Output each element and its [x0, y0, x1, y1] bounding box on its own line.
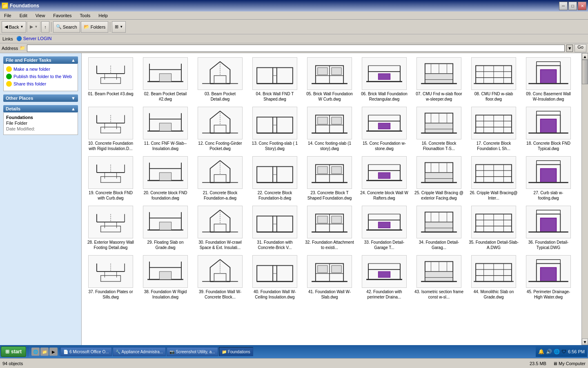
task-make-new-folder[interactable]: Make a new folder [6, 66, 75, 72]
forward-button[interactable]: ▶ ▼ [27, 21, 40, 33]
file-item[interactable]: 08. CMU FND w-slab floor.dwg [467, 56, 520, 103]
quicklaunch-media[interactable]: ▶ [49, 348, 58, 356]
file-item[interactable]: 30. Foundation W-crawl Space & Ext. Insu… [194, 204, 247, 252]
taskbar-office[interactable]: 📄 6 Microsoft Office O... [60, 347, 112, 356]
views-dropdown-icon[interactable]: ▼ [120, 25, 123, 29]
file-item[interactable]: 42. Foundation with perimeter Draina... [358, 254, 411, 301]
file-item[interactable]: 05. Brick Wall Foundation W Curb.dwg [303, 56, 356, 103]
quicklaunch-ie[interactable]: 🌐 [31, 348, 40, 356]
menu-tools[interactable]: Tools [78, 12, 93, 19]
folders-button[interactable]: 📂 Folders [81, 21, 109, 33]
file-item[interactable]: 38. Foundation W Rigid Insulation.dwg [139, 254, 192, 301]
file-item[interactable]: 33. Foundation Detail-Garage T... [358, 204, 411, 252]
file-item[interactable]: 41. Foundation Wall W-Slab.dwg [303, 254, 356, 301]
file-item[interactable]: 07. CMU Fnd w-slab floor w-sleeper.dwg [412, 56, 466, 103]
file-item[interactable]: 31. Foundation with Concrete-Brick V... [248, 204, 301, 252]
file-item[interactable]: 14. Conc footing-slab (1 story).dwg [303, 105, 356, 153]
taskbar-foundations[interactable]: 📁 Foundations [219, 347, 253, 356]
file-item[interactable]: 44. Monolithic Slab on Grade.dwg [467, 254, 520, 301]
up-button[interactable]: ↑ [41, 21, 49, 33]
address-input[interactable] [27, 45, 565, 52]
file-item[interactable]: 12. Conc Footing-Girder Pocket.dwg [194, 105, 247, 153]
quicklaunch-explorer[interactable]: 📁 [40, 348, 49, 356]
details-name: Foundations [6, 115, 33, 120]
file-item[interactable]: 16. Concrete Block Flounadtion T-S... [412, 105, 466, 153]
file-item[interactable]: 17. Concrete Block Foundation L Sh... [467, 105, 520, 153]
file-name: 02. Beam Pocket Detail #2.dwg [140, 91, 190, 102]
file-thumbnail [416, 156, 461, 189]
search-button[interactable]: 🔍 Search [53, 21, 80, 33]
file-item[interactable]: 21. Concrete Block Foundation-a.dwg [194, 155, 247, 202]
svg-rect-40 [378, 74, 390, 80]
scroll-down-button[interactable]: ▼ [582, 339, 588, 345]
file-name: 24. Concrete block Wall W Rafters.dwg [359, 190, 409, 201]
file-name: 18. Concrete Block FND Typical.dwg [523, 141, 573, 151]
file-item[interactable]: 27. Curb slab w-footing.dwg [522, 155, 575, 202]
back-button[interactable]: ◀ Back ▼ [2, 21, 26, 33]
file-item[interactable]: 39. Foundation Wall W-Concrete Block... [194, 254, 247, 301]
address-dropdown[interactable]: ▼ [566, 45, 573, 52]
forward-dropdown-icon[interactable]: ▼ [34, 25, 38, 29]
file-item[interactable]: 13. Conc Footing-slab ( 1 Story).dwg [248, 105, 301, 153]
file-item[interactable]: 04. Brick Wall FND T Shaped.dwg [248, 56, 301, 103]
file-item[interactable]: 25. Cripple Wall Bracing @ exterior Faci… [412, 155, 466, 202]
file-name: 35. Foundation Detail-Slab-A.DWG [469, 240, 519, 250]
file-item[interactable]: 18. Concrete Block FND Typical.dwg [522, 105, 575, 153]
svg-rect-32 [332, 67, 341, 75]
file-item[interactable]: 26. Cripple Wall Bracing@ Inter... [467, 155, 520, 202]
file-item[interactable]: 23. Concrete Block T Shaped Foundation.d… [303, 155, 356, 202]
scrollbar[interactable]: ▲ ▼ [581, 53, 588, 345]
tray-icon-1: 🔔 [538, 349, 544, 355]
file-item[interactable]: 28. Exterior Masonry Wall Footing Detail… [84, 204, 137, 252]
file-item[interactable]: 03. Beam Pocket Detail.dwg [194, 56, 247, 103]
file-item[interactable]: 34. Foundation Detail-Garag... [412, 204, 466, 252]
server-login-link[interactable]: 🔵 Server LOGIN [16, 36, 52, 41]
taskbar-screenshot[interactable]: 📷 Screenshot Utility, a... [167, 347, 218, 356]
file-item[interactable]: 40. Foundation Wall W-Ceiling Insulation… [248, 254, 301, 301]
file-item[interactable]: 32. Foundation Attachment to existi... [303, 204, 356, 252]
file-folder-tasks-header[interactable]: File and Folder Tasks ▲ [3, 56, 78, 64]
other-places-header[interactable]: Other Places ▼ [3, 94, 78, 102]
back-dropdown-icon[interactable]: ▼ [20, 25, 23, 29]
file-item[interactable]: 11. Conc FNF W-Slab--Insulation.dwg [139, 105, 192, 153]
file-item[interactable]: 09. Conc Basement Wall W-Insulation.dwg [522, 56, 575, 103]
svg-rect-171 [425, 173, 453, 182]
details-date-label: Date Modified: [6, 126, 35, 131]
start-button[interactable]: ⊞ start [1, 346, 26, 357]
file-item[interactable]: 24. Concrete block Wall W Rafters.dwg [358, 155, 411, 202]
file-item[interactable]: 22. Concrete Block Foundation-b.dwg [248, 155, 301, 202]
menu-file[interactable]: File [2, 12, 14, 19]
close-button[interactable]: ✕ [578, 2, 586, 10]
file-item[interactable]: 02. Beam Pocket Detail #2.dwg [139, 56, 192, 103]
file-item[interactable]: 35. Foundation Detail-Slab-A.DWG [467, 204, 520, 252]
file-item[interactable]: 15. Conc Foundation w-stone.dwg [358, 105, 411, 153]
scroll-up-button[interactable]: ▲ [582, 53, 588, 60]
task-share-folder[interactable]: Share this folder [6, 81, 75, 87]
go-button[interactable]: Go [575, 44, 586, 52]
my-computer: 🖥 My Computer [553, 361, 586, 366]
file-item[interactable]: 06. Brick Wall Foundation Rectangular.dw… [358, 56, 411, 103]
file-item[interactable]: 20. Concrete block FND foundation.dwg [139, 155, 192, 202]
taskbar-appliance[interactable]: 🔧 Appliance Administra... [113, 347, 166, 356]
file-item[interactable]: 37. Foundation Plates or Sills.dwg [84, 254, 137, 301]
menu-help[interactable]: Help [96, 12, 110, 19]
menu-edit[interactable]: Edit [17, 12, 30, 19]
file-item[interactable]: 43. Isometric section frame const w-sl..… [412, 254, 466, 301]
views-button[interactable]: ⊞ ▼ [112, 21, 126, 33]
menu-view[interactable]: View [33, 12, 48, 19]
file-item[interactable]: 36. Foundation Detail-Typical.DWG [522, 204, 575, 252]
task-publish-folder[interactable]: Publish this folder to the Web [6, 74, 75, 79]
file-item[interactable]: 19. Concrete Block FND with Curb.dwg [84, 155, 137, 202]
file-item[interactable]: 29. Floating Slab on Grade.dwg [139, 204, 192, 252]
maximize-button[interactable]: □ [568, 2, 577, 10]
minimize-button[interactable]: ─ [559, 2, 568, 10]
file-item[interactable]: 01. Beam Pocket #3.dwg [84, 56, 137, 103]
details-header[interactable]: Details ▲ [3, 105, 78, 112]
scroll-thumb[interactable] [582, 60, 588, 84]
file-item[interactable]: 10. Concrete Foundation with Rigid Insul… [84, 105, 137, 153]
menu-favorites[interactable]: Favorites [51, 12, 74, 19]
file-item[interactable]: 45. Perimeter Drainage-High Water.dwg [522, 254, 575, 301]
svg-rect-148 [253, 157, 296, 188]
views-icon: ⊞ [115, 24, 118, 29]
svg-rect-96 [332, 117, 341, 124]
